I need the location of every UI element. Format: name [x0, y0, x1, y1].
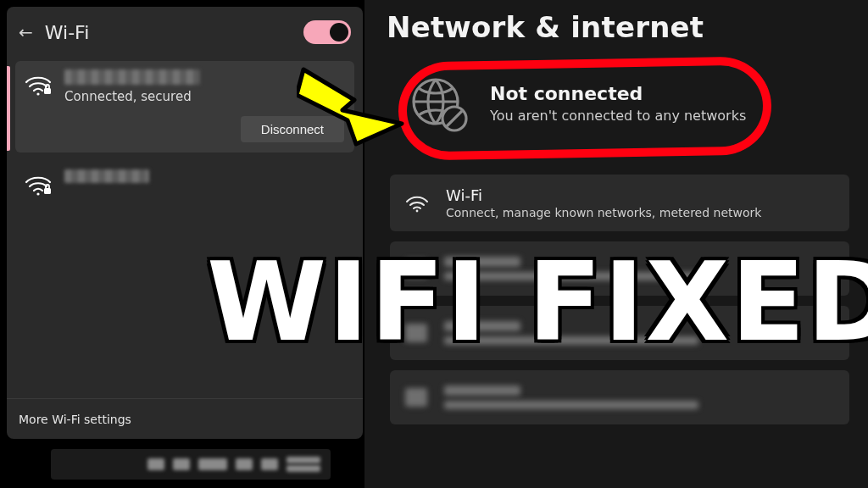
wifi-network-head: [24, 169, 344, 197]
card-icon-blur: [405, 388, 427, 407]
wifi-locked-icon: [24, 171, 53, 197]
settings-card-redacted[interactable]: [390, 370, 849, 424]
wifi-icon: [405, 193, 429, 214]
wifi-header-left: ← Wi-Fi: [19, 22, 89, 43]
tray-icon-blur: [236, 458, 253, 470]
tray-icon-blur: [173, 458, 190, 470]
wifi-locked-icon: [24, 71, 53, 97]
card-sub-blur: [444, 401, 698, 409]
card-text-blur: [444, 385, 698, 409]
svg-point-0: [36, 92, 39, 95]
svg-rect-3: [44, 188, 51, 194]
settings-card-text: Wi-Fi Connect, manage known networks, me…: [446, 186, 761, 219]
svg-point-7: [416, 209, 419, 212]
wifi-flyout-header: ← Wi-Fi: [7, 7, 363, 56]
disconnect-row: Disconnect: [24, 116, 344, 142]
tray-icon-blur: [147, 458, 164, 470]
taskbar-fragment: [51, 449, 331, 480]
wifi-toggle[interactable]: [303, 20, 351, 44]
wifi-toggle-knob: [330, 23, 348, 42]
wifi-network-status: Connected, secured: [64, 89, 200, 104]
svg-rect-1: [44, 88, 51, 94]
more-wifi-settings-link[interactable]: More Wi-Fi settings: [7, 398, 363, 439]
thumbnail-caption: WIFI FIXED: [207, 247, 868, 358]
settings-card-title: Wi-Fi: [446, 186, 761, 204]
wifi-flyout-panel: ← Wi-Fi: [7, 7, 363, 439]
wifi-ssid-redacted: [64, 169, 149, 183]
settings-card-sub: Connect, manage known networks, metered …: [446, 206, 761, 219]
back-arrow-icon[interactable]: ←: [19, 22, 33, 42]
wifi-network-row-connected[interactable]: Connected, secured Disconnect: [15, 61, 354, 152]
wifi-flyout-title: Wi-Fi: [45, 22, 90, 43]
tray-icon-blur: [261, 458, 278, 470]
wifi-network-labels: Connected, secured: [64, 69, 200, 104]
card-title-blur: [444, 385, 520, 396]
tray-icon-blur: [198, 458, 227, 470]
selection-accent-bar: [7, 66, 10, 151]
wifi-network-labels: [64, 169, 149, 186]
wifi-network-row[interactable]: [15, 161, 354, 207]
highlight-red-oval: [398, 56, 772, 161]
settings-card-wifi[interactable]: Wi-Fi Connect, manage known networks, me…: [390, 175, 849, 231]
wifi-network-head: Connected, secured: [24, 69, 344, 104]
page-title: Network & internet: [387, 10, 853, 44]
disconnect-button[interactable]: Disconnect: [241, 116, 344, 142]
more-wifi-settings-label: More Wi-Fi settings: [19, 413, 131, 426]
thumbnail-stage: ← Wi-Fi: [0, 0, 868, 488]
tray-clock-blur: [287, 456, 320, 473]
wifi-ssid-redacted: [64, 69, 200, 85]
svg-point-2: [36, 192, 39, 195]
